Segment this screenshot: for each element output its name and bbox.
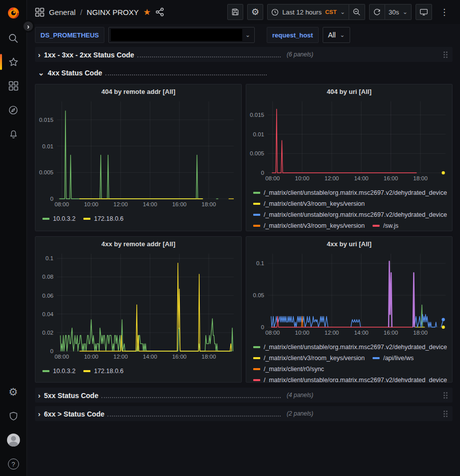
legend-item[interactable]: 172.18.0.6 — [83, 213, 123, 224]
time-series-chart[interactable]: 08:0010:0012:0014:0016:0018:0000.0050.01… — [247, 98, 452, 185]
page-toolbar: General / NGINX PROXY ★ ⚙ — [27, 0, 460, 24]
row-header-6xx[interactable]: › 6xx > Status Code (2 panels) — [35, 406, 453, 421]
time-series-chart[interactable]: 08:0010:0012:0014:0016:0018:0000.020.040… — [36, 251, 241, 364]
legend-swatch — [253, 214, 260, 216]
legend-label: 172.18.0.6 — [94, 215, 123, 222]
legend-label: /_matrix/client/unstable/org.matrix.msc2… — [264, 189, 447, 196]
legend-item[interactable]: /_matrix/client/unstable/org.matrix.msc2… — [253, 187, 447, 198]
panel-4xx-by-uri: 4xx by uri [All] 08:0010:0012:0014:0016:… — [246, 236, 453, 383]
svg-text:12:00: 12:00 — [113, 201, 128, 207]
refresh-interval-picker[interactable]: 30s ⌄ — [385, 4, 412, 20]
sidebar-item-server-admin[interactable] — [0, 404, 27, 428]
sidebar-item-dashboards[interactable] — [0, 74, 27, 98]
legend-item[interactable]: 10.0.3.2 — [42, 366, 75, 377]
sidebar-item-profile[interactable] — [0, 428, 27, 452]
row-drag-handle[interactable] — [442, 409, 450, 419]
legend-item[interactable]: /_matrix/client/v3/room_keys/version — [253, 353, 365, 364]
svg-text:16:00: 16:00 — [384, 330, 398, 336]
legend-swatch — [253, 379, 260, 381]
svg-text:10:00: 10:00 — [295, 175, 310, 181]
svg-text:18:00: 18:00 — [413, 330, 428, 336]
share-button[interactable] — [155, 7, 164, 16]
timezone-label: CST — [325, 9, 337, 15]
legend-item[interactable]: /api/live/ws — [373, 353, 414, 364]
more-options-button[interactable]: ⋮ — [436, 4, 453, 20]
legend-label: /_matrix/client/v3/room_keys/version — [264, 200, 365, 207]
legend-label: 172.18.0.6 — [94, 368, 123, 375]
dashboards-grid-icon — [8, 81, 18, 91]
row-panel-count: (6 panels) — [287, 51, 313, 58]
chevron-down-icon: ⌄ — [340, 33, 345, 36]
legend-item[interactable]: /_matrix/client/r0/sync — [253, 364, 324, 375]
request-host-variable-select[interactable]: All ⌄ — [323, 27, 351, 43]
svg-text:08:00: 08:00 — [54, 354, 69, 360]
svg-text:0.005: 0.005 — [250, 150, 264, 156]
panel-title[interactable]: 404 by uri [All] — [246, 84, 452, 98]
row-header-5xx[interactable]: › 5xx Status Code (4 panels) — [35, 388, 453, 403]
breadcrumb-section[interactable]: General — [49, 8, 75, 16]
legend-swatch — [42, 370, 49, 372]
legend-swatch — [42, 218, 49, 220]
panel-4xx-by-remote-addr: 4xx by remote addr [All] 08:0010:0012:00… — [35, 236, 242, 383]
toolbar-actions: ⚙ Last 12 hours CST ⌄ — [227, 4, 453, 20]
row-drag-handle[interactable] — [442, 390, 450, 401]
svg-text:12:00: 12:00 — [325, 175, 339, 181]
time-series-chart[interactable]: 08:0010:0012:0014:0016:0018:0000.050.1 — [247, 251, 452, 340]
legend-item[interactable]: /_matrix/client/unstable/org.matrix.msc2… — [253, 209, 447, 220]
panel-title[interactable]: 4xx by remote addr [All] — [35, 237, 241, 251]
datasource-variable-select[interactable]: ⌄ — [108, 27, 255, 43]
bell-icon — [8, 129, 18, 139]
sidebar-item-starred[interactable] — [0, 50, 27, 74]
dotted-leader — [105, 74, 267, 75]
shield-icon — [8, 411, 18, 422]
svg-text:0.015: 0.015 — [39, 117, 53, 123]
row-panel-count: (4 panels) — [287, 392, 313, 399]
dotted-leader — [101, 397, 281, 398]
breadcrumb: General / NGINX PROXY ★ — [35, 7, 164, 17]
sidebar: ⚙ ? — [0, 0, 27, 476]
refresh-group: 30s ⌄ — [369, 4, 412, 20]
breadcrumb-separator: / — [80, 8, 82, 16]
svg-text:0.005: 0.005 — [39, 169, 53, 175]
time-series-chart[interactable]: 08:0010:0012:0014:0016:0018:0000.0050.01… — [36, 98, 241, 211]
legend-label: /_matrix/client/unstable/org.matrix.msc2… — [264, 377, 447, 383]
save-dashboard-button[interactable] — [227, 4, 243, 20]
legend-item[interactable]: /_matrix/client/v3/room_keys/version — [253, 198, 365, 209]
legend-swatch — [83, 218, 90, 220]
svg-text:14:00: 14:00 — [143, 201, 157, 207]
chevron-right-icon: › — [38, 50, 40, 59]
sidebar-item-explore[interactable] — [0, 98, 27, 122]
legend-item[interactable]: /_matrix/client/unstable/org.matrix.msc2… — [253, 375, 447, 383]
legend-label: /_matrix/client/v3/room_keys/version — [264, 355, 365, 362]
zoom-out-button[interactable] — [349, 4, 365, 20]
sidebar-expand-button[interactable]: › — [22, 20, 34, 32]
sidebar-item-configuration[interactable]: ⚙ — [0, 380, 27, 404]
favorite-star-icon[interactable]: ★ — [143, 7, 151, 17]
refresh-button[interactable] — [369, 4, 385, 20]
sidebar-item-alerting[interactable] — [0, 122, 27, 146]
legend-label: 10.0.3.2 — [53, 368, 75, 375]
sidebar-item-help[interactable]: ? — [0, 452, 27, 476]
row-header-1xx[interactable]: › 1xx - 3xx - 2xx Status Code (6 panels) — [35, 47, 453, 62]
legend-label: /api/live/ws — [383, 355, 414, 362]
dashboard-settings-button[interactable]: ⚙ — [247, 4, 263, 20]
time-range-group: Last 12 hours CST ⌄ — [267, 4, 365, 20]
legend-item[interactable]: /sw.js — [373, 220, 399, 229]
legend-item[interactable]: /_matrix/client/v3/room_keys/version — [253, 220, 365, 229]
row-drag-handle[interactable] — [442, 49, 450, 60]
clock-icon — [271, 8, 279, 16]
svg-text:18:00: 18:00 — [413, 175, 428, 181]
panel-title[interactable]: 404 by remote addr [All] — [35, 84, 241, 98]
legend-item[interactable]: 10.0.3.2 — [42, 213, 75, 224]
dotted-leader — [137, 56, 281, 57]
cycle-view-mode-button[interactable] — [416, 4, 432, 20]
row-title: 5xx Status Code — [44, 392, 98, 400]
svg-text:12:00: 12:00 — [113, 354, 128, 360]
time-range-picker[interactable]: Last 12 hours CST ⌄ — [267, 4, 349, 20]
row-title: 6xx > Status Code — [44, 410, 104, 418]
row-header-4xx[interactable]: ⌄ 4xx Status Code — [35, 65, 453, 80]
legend-item[interactable]: 172.18.0.6 — [83, 366, 123, 377]
breadcrumb-dashboard-title[interactable]: NGINX PROXY — [87, 8, 139, 16]
legend-item[interactable]: /_matrix/client/unstable/org.matrix.msc2… — [253, 342, 447, 353]
panel-title[interactable]: 4xx by uri [All] — [246, 237, 452, 251]
